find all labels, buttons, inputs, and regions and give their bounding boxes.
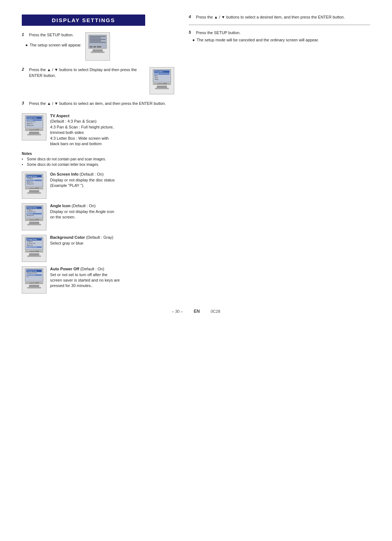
tv-bar-text: ◄◄ ■ ►► ENTER: [29, 251, 39, 252]
auto-power-off-title: Auto Power Off: [50, 267, 79, 271]
note-text-2: Some discs do not contain letter box ima…: [27, 162, 99, 167]
screen-line: [90, 39, 106, 40]
tv-base: [27, 134, 41, 135]
step1-header: 1 Press the SETUP button.: [22, 32, 82, 38]
step5-block: 5 Press the SETUP button. ● The setup mo…: [189, 30, 370, 42]
item-angle-icon: Display Setup TV Aspect On Screen Info A…: [22, 203, 174, 230]
page-number: – 30 –: [172, 309, 183, 313]
step1-text: Press the SETUP button.: [29, 32, 74, 38]
menu-line: On Screen Info: [26, 121, 42, 123]
menu-line: Angle Icon: [26, 245, 42, 246]
tv-image-step2: Setup Menu Display Audio Video Rating ◄◄…: [150, 67, 174, 94]
notes-section: Notes • Some discs do not contain pan an…: [22, 151, 174, 167]
angle-icon-default: (Default : On): [72, 204, 95, 208]
tv-bottom-bar: ◄◄ ■ ►► ENTER: [25, 219, 43, 221]
tv-menu-screen-angle: Display Setup TV Aspect On Screen Info A…: [25, 205, 43, 218]
tv-screen-step1: [89, 35, 107, 49]
step1-bullet-text: The setup screen will appear.: [30, 43, 82, 47]
step1-content: 1 Press the SETUP button. ● The setup sc…: [22, 32, 82, 47]
screen-line: [90, 42, 106, 43]
tv-menu-screen-bg: Display Setup TV Aspect On Screen Info A…: [25, 237, 43, 250]
menu-bar: Display Setup: [26, 270, 42, 272]
auto-power-off-default: (Default : On): [80, 267, 104, 271]
tv-bottom-text: ◄◄ ■ ►► ENTER: [157, 83, 167, 85]
menu-line-power: Auto Power Off: [26, 274, 42, 276]
tv-image-tv-aspect: Display Setup TV Aspect On Screen Info A…: [22, 113, 46, 140]
step4-block: 4 Press the ▲ / ▼ buttons to select a de…: [189, 15, 370, 25]
on-screen-info-title: On Screen Info: [50, 172, 78, 176]
tv-bottom-bar: ◄◄ ■ ►► ENTER: [25, 129, 43, 131]
menu-line: Background Color: [26, 272, 42, 274]
bg-color-title: Background Color: [50, 235, 85, 239]
bullet-dot: ●: [192, 38, 195, 42]
step3-text: Press the ▲ / ▼ buttons to select an ite…: [29, 101, 166, 107]
screen-line: [90, 37, 101, 38]
step4-number: 4: [189, 15, 194, 20]
page-title: DISPLAY SETTINGS: [22, 15, 145, 26]
note-bullet-1: • Some discs do not contain pan and scan…: [22, 156, 174, 162]
bullet-char: •: [22, 162, 25, 167]
step1-number: 1: [22, 32, 27, 37]
menu-line: Angle Icon: [26, 181, 42, 183]
menu-item-rating: Rating: [154, 79, 170, 80]
step5-number: 5: [189, 30, 194, 36]
menu-item-display: Display: [154, 73, 170, 75]
tv-base: [27, 287, 41, 288]
step2-block: 2 Press the ▲ / ▼ buttons to select Disp…: [22, 67, 174, 94]
auto-power-off-desc: Set or not set to turn off after thescre…: [50, 272, 120, 288]
screen-line: [90, 36, 106, 37]
tv-base: [27, 224, 41, 225]
tv-base: [91, 52, 105, 53]
menu-bar: Display Setup: [26, 238, 42, 241]
step5-bullet-text: The setup mode will be canceled and the …: [197, 38, 319, 42]
tv-base: [27, 255, 41, 257]
tv-image-on-screen: Display Setup TV Aspect On Screen Info A…: [22, 172, 46, 199]
on-screen-info-text: On Screen Info (Default : On) Display or…: [50, 172, 115, 188]
item-auto-power-off: Display Setup Background Color Auto Powe…: [22, 266, 174, 294]
step2-text-p1: Press the: [29, 67, 46, 72]
step1-bullet: ● The setup screen will appear.: [25, 43, 82, 47]
menu-line: Background: [26, 125, 42, 126]
tv-aspect-title: TV Aspect: [50, 114, 69, 118]
step3-block: 3 Press the ▲ / ▼ buttons to select an i…: [22, 101, 174, 107]
step5-header: 5 Press the SETUP button.: [189, 30, 370, 36]
bullet-char: •: [22, 156, 25, 162]
tv-image-auto-power: Display Setup Background Color Auto Powe…: [22, 266, 46, 294]
tv-bottom-bar: ◄◄ ■ ►► ENTER: [25, 187, 43, 189]
menu-line-aspect: TV Aspect: [26, 119, 42, 121]
menu-title: Setup Menu: [154, 70, 170, 73]
step2-with-image: 2 Press the ▲ / ▼ buttons to select Disp…: [22, 67, 174, 94]
menu-line: TV Aspect: [26, 209, 42, 211]
menu-item-video: Video: [154, 77, 170, 78]
note-text-1: Some discs do not contain pan and scan i…: [27, 156, 106, 162]
step2-text: Press the ▲ / ▼ buttons to select Displa…: [29, 67, 146, 79]
menu-bar: Display Setup: [26, 175, 42, 177]
menu-line: Background: [26, 215, 42, 216]
tv-image-step1: [85, 32, 110, 61]
step4-header: 4 Press the ▲ / ▼ buttons to select a de…: [189, 15, 370, 20]
step2-number: 2: [22, 67, 27, 71]
step4-text-p1: Press the: [196, 15, 213, 19]
screen-line: [90, 40, 101, 41]
left-column: DISPLAY SETTINGS 1 Press the SETUP butto…: [22, 15, 174, 298]
tv-bottom-icons: [90, 46, 106, 48]
item-background-color: Display Setup TV Aspect On Screen Info A…: [22, 235, 174, 262]
tv-icon: [93, 46, 96, 48]
menu-line: Background: [26, 183, 42, 185]
menu-item-audio: Audio: [154, 75, 170, 77]
main-content: DISPLAY SETTINGS 1 Press the SETUP butto…: [22, 15, 370, 298]
right-column: 4 Press the ▲ / ▼ buttons to select a de…: [189, 15, 370, 298]
bullet-dot: ●: [25, 43, 28, 47]
separator: [189, 25, 370, 25]
menu-line-bg: Background Color: [26, 246, 42, 248]
step4-text: Press the ▲ / ▼ buttons to select a desi…: [196, 15, 345, 20]
tv-menu-screen-step2: Setup Menu Display Audio Video Rating: [153, 69, 171, 82]
tv-bottom-bar: ◄◄ ■ ►► ENTER: [25, 250, 43, 253]
item-tv-aspect: Display Setup TV Aspect On Screen Info A…: [22, 113, 174, 147]
step3-header: 3 Press the ▲ / ▼ buttons to select an i…: [22, 101, 174, 107]
page-footer: – 30 – EN 0C28: [22, 309, 370, 314]
angle-icon-title: Angle Icon: [50, 204, 70, 208]
angle-icon-text: Angle Icon (Default : On) Display or not…: [50, 203, 114, 220]
notes-title: Notes: [22, 151, 174, 156]
tv-icon: [97, 46, 101, 48]
